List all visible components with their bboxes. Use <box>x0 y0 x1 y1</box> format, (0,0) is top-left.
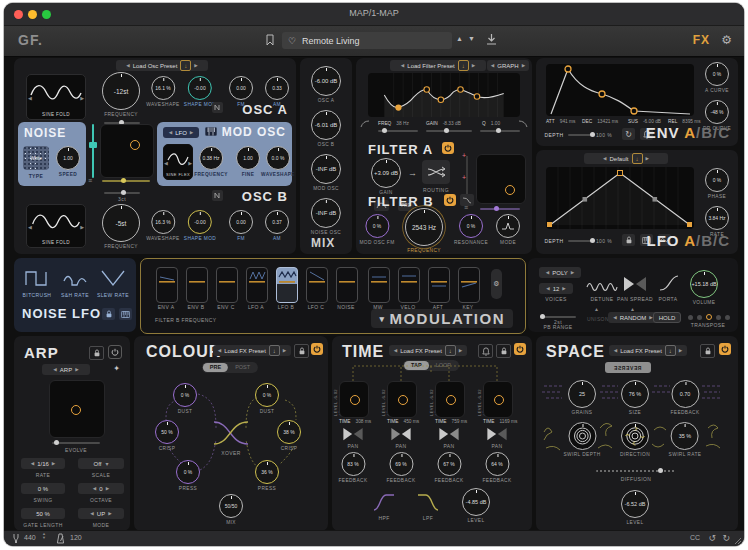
tuning-stepper-icon[interactable]: ▲▼ <box>42 532 46 540</box>
prev-wave-icon[interactable]: ◀ <box>28 224 32 230</box>
time-power-button[interactable] <box>514 343 526 355</box>
env-depth-slider[interactable] <box>568 134 594 136</box>
menu-handle-icon[interactable]: ≡ <box>88 177 92 184</box>
tap-2-pad[interactable] <box>387 381 417 418</box>
load-preset-icon[interactable]: ↓ <box>632 153 643 164</box>
lfo-graph[interactable] <box>546 167 694 229</box>
lock-icon[interactable] <box>89 346 104 360</box>
mod-settings-gear-icon[interactable]: ⚙ <box>491 269 502 299</box>
filter-b-mode-knob[interactable]: MODE <box>496 214 520 245</box>
filter-b-frequency-knob[interactable]: 2543 Hz FREQUENCY <box>405 208 443 253</box>
time-level-knob[interactable]: -4.85 dB LEVEL <box>462 488 490 523</box>
osc-b-waveform-display[interactable]: ◀ ▶ SINE FOLD <box>26 204 86 248</box>
bitcrush-icon[interactable] <box>24 268 50 288</box>
tap-2-feedback-knob[interactable]: 69 % FEEDBACK <box>386 452 415 483</box>
mode-stepper[interactable]: UP <box>78 508 124 519</box>
colour-dust-left-knob[interactable]: 0 % DUST <box>173 383 197 414</box>
filter-b-resonance-knob[interactable]: 0 % RESONANCE <box>454 214 488 245</box>
tap-1-pan-icon[interactable] <box>341 427 365 441</box>
loop-icon[interactable]: ↻ <box>622 128 635 140</box>
random-stepper[interactable]: RANDOM <box>608 312 658 323</box>
noise-type-display[interactable]: White <box>23 146 49 170</box>
tap-1-pad[interactable] <box>339 381 369 418</box>
mod-slot-velo[interactable] <box>398 267 420 303</box>
filter-a-gain-knob[interactable]: +3.09 dB GAIN <box>371 158 401 195</box>
vslider-plus-icon[interactable]: + <box>462 152 466 159</box>
colour-crisp-right-knob[interactable]: 38 % CRISP <box>277 420 301 451</box>
mod-slot-lfo-b[interactable] <box>276 267 298 303</box>
lock-icon[interactable] <box>496 344 511 358</box>
tuning-value[interactable]: 440 <box>24 534 36 541</box>
osc-xy-pad[interactable] <box>100 124 154 178</box>
lock-icon[interactable] <box>102 308 115 320</box>
resize-grip-icon[interactable] <box>734 537 742 545</box>
mod-depth-vslider-handle[interactable] <box>89 142 97 148</box>
mod-slot-aft[interactable] <box>428 267 450 303</box>
osc-morph-slider[interactable] <box>102 180 150 182</box>
tap-loop-toggle[interactable]: TAPLOOP <box>403 360 459 371</box>
pan-spread-icon[interactable] <box>622 276 648 292</box>
mod-slot-env-b[interactable] <box>186 267 208 303</box>
diffusion-slider[interactable] <box>596 470 676 472</box>
lfo-depth-slider[interactable] <box>568 240 594 242</box>
colour-press-right-knob[interactable]: 36 % PRESS <box>255 460 279 491</box>
tempo-value[interactable]: 120 <box>70 534 82 541</box>
size-knob[interactable]: 76 % SIZE <box>621 380 649 415</box>
mod-slot-noise[interactable] <box>336 267 358 303</box>
tap-3-feedback-knob[interactable]: 67 % FEEDBACK <box>434 452 463 483</box>
prev-wave-icon[interactable]: ◀ <box>28 95 32 101</box>
arp-xy-pad[interactable] <box>49 380 105 438</box>
mod-slot-key[interactable] <box>458 267 480 303</box>
voices-stepper[interactable]: 12 <box>539 283 573 294</box>
scale-dropdown[interactable]: Off <box>78 458 124 469</box>
rate-stepper[interactable]: 1/16 <box>21 458 65 469</box>
lock-icon[interactable] <box>700 344 715 358</box>
arp-power-button[interactable] <box>108 345 122 359</box>
fx-page-button[interactable]: FX <box>693 33 710 47</box>
next-wave-icon[interactable]: ▶ <box>188 160 192 166</box>
hold-button[interactable]: HOLD <box>653 312 681 323</box>
q-slider[interactable] <box>480 130 520 132</box>
transpose-dots[interactable] <box>688 314 730 320</box>
filter-slope-icon[interactable] <box>460 194 474 206</box>
osc-preset-selector[interactable]: Load Osc Preset↓ <box>116 60 208 71</box>
hpf-icon[interactable] <box>372 492 396 512</box>
tap-3-pad[interactable] <box>435 381 465 418</box>
poly-mode-selector[interactable]: POLY <box>539 267 581 278</box>
modulation-title[interactable]: ▾ MODULATION <box>371 309 513 328</box>
volume-knob[interactable]: +15.18 dB VOLUME <box>690 270 718 305</box>
osc-b-waveshape-knob[interactable]: 16.3 % WAVESHAPE <box>146 210 179 241</box>
tap-2-pan-icon[interactable] <box>389 427 413 441</box>
grains-knob[interactable]: 25 GRAINS <box>568 380 596 415</box>
mix-mod-osc-knob[interactable]: -INF dB MOD OSC <box>311 154 341 191</box>
mix-osc-a-knob[interactable]: -6.00 dB OSC A <box>311 66 341 103</box>
colour-mix-knob[interactable]: 50/50 MIX <box>219 494 243 525</box>
preset-browser[interactable]: ♡ Remote Living <box>282 32 452 49</box>
slew-rate-icon[interactable] <box>100 268 126 288</box>
library-icon[interactable] <box>266 34 274 46</box>
settings-gear-icon[interactable]: ⚙ <box>721 33 732 47</box>
undo-icon[interactable]: ↺ <box>708 533 716 543</box>
swirl-depth-knob[interactable]: SWIRL DEPTH <box>563 422 600 457</box>
direction-knob[interactable]: DIRECTION <box>620 422 650 457</box>
mix-osc-b-knob[interactable]: -6.01 dB OSC B <box>311 110 341 147</box>
lpf-icon[interactable] <box>416 492 440 512</box>
filter-pad-hslider[interactable] <box>480 208 520 210</box>
favorite-heart-icon[interactable]: ♡ <box>288 36 296 46</box>
lock-icon[interactable] <box>294 344 309 358</box>
space-preset-selector[interactable]: Load FX Preset↓ <box>609 345 687 356</box>
lowcut-icon[interactable] <box>360 120 370 128</box>
colour-press-left-knob[interactable]: 0 % PRESS <box>176 460 200 491</box>
vslider-handle-icon[interactable]: + <box>462 174 466 181</box>
load-preset-icon[interactable]: ↓ <box>458 60 469 71</box>
piano-keys-icon[interactable] <box>205 127 217 136</box>
mod-slot-env-c[interactable] <box>216 267 238 303</box>
next-wave-icon[interactable]: ▶ <box>80 224 84 230</box>
mod-osc-frequency-knob[interactable]: 0.38 Hz FREQUENCY <box>194 146 228 177</box>
arp-pattern-selector[interactable]: ARP <box>42 364 90 375</box>
filter-eq-graph[interactable] <box>368 73 520 117</box>
load-preset-icon[interactable]: ↓ <box>665 345 676 356</box>
colour-crisp-left-knob[interactable]: 50 % CRISP <box>155 420 179 451</box>
mod-slot-mw[interactable] <box>368 267 390 303</box>
gate-length-value[interactable]: 50 % <box>21 508 65 519</box>
